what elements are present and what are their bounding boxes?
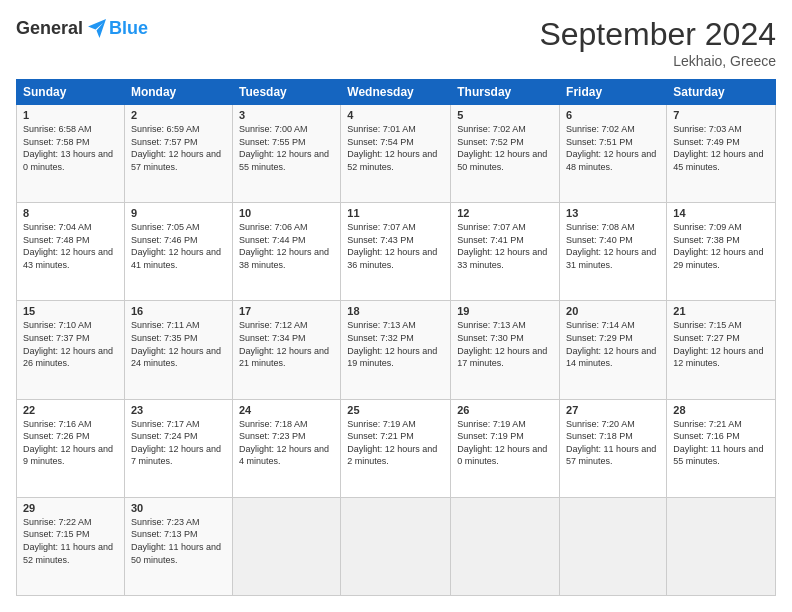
- week-row-1: 8Sunrise: 7:04 AMSunset: 7:48 PMDaylight…: [17, 203, 776, 301]
- day-cell: 4Sunrise: 7:01 AMSunset: 7:54 PMDaylight…: [341, 105, 451, 203]
- day-number: 3: [239, 109, 334, 121]
- day-cell: 13Sunrise: 7:08 AMSunset: 7:40 PMDayligh…: [560, 203, 667, 301]
- logo-blue: Blue: [109, 18, 148, 39]
- header-row: SundayMondayTuesdayWednesdayThursdayFrid…: [17, 80, 776, 105]
- month-title: September 2024: [539, 16, 776, 53]
- day-info: Sunrise: 7:21 AMSunset: 7:16 PMDaylight:…: [673, 418, 769, 468]
- day-info: Sunrise: 7:11 AMSunset: 7:35 PMDaylight:…: [131, 319, 226, 369]
- day-number: 2: [131, 109, 226, 121]
- day-info: Sunrise: 7:07 AMSunset: 7:43 PMDaylight:…: [347, 221, 444, 271]
- day-number: 27: [566, 404, 660, 416]
- day-info: Sunrise: 7:13 AMSunset: 7:30 PMDaylight:…: [457, 319, 553, 369]
- day-cell: [560, 497, 667, 595]
- day-cell: 14Sunrise: 7:09 AMSunset: 7:38 PMDayligh…: [667, 203, 776, 301]
- day-info: Sunrise: 7:04 AMSunset: 7:48 PMDaylight:…: [23, 221, 118, 271]
- day-number: 28: [673, 404, 769, 416]
- day-number: 25: [347, 404, 444, 416]
- day-number: 8: [23, 207, 118, 219]
- day-cell: 26Sunrise: 7:19 AMSunset: 7:19 PMDayligh…: [451, 399, 560, 497]
- day-info: Sunrise: 7:23 AMSunset: 7:13 PMDaylight:…: [131, 516, 226, 566]
- day-info: Sunrise: 7:17 AMSunset: 7:24 PMDaylight:…: [131, 418, 226, 468]
- day-info: Sunrise: 7:13 AMSunset: 7:32 PMDaylight:…: [347, 319, 444, 369]
- header-cell-tuesday: Tuesday: [232, 80, 340, 105]
- day-number: 12: [457, 207, 553, 219]
- calendar-page: General Blue September 2024 Lekhaio, Gre…: [0, 0, 792, 612]
- day-number: 11: [347, 207, 444, 219]
- day-number: 9: [131, 207, 226, 219]
- day-cell: 11Sunrise: 7:07 AMSunset: 7:43 PMDayligh…: [341, 203, 451, 301]
- day-info: Sunrise: 7:03 AMSunset: 7:49 PMDaylight:…: [673, 123, 769, 173]
- day-number: 26: [457, 404, 553, 416]
- week-row-3: 22Sunrise: 7:16 AMSunset: 7:26 PMDayligh…: [17, 399, 776, 497]
- day-number: 23: [131, 404, 226, 416]
- day-cell: 20Sunrise: 7:14 AMSunset: 7:29 PMDayligh…: [560, 301, 667, 399]
- day-info: Sunrise: 7:12 AMSunset: 7:34 PMDaylight:…: [239, 319, 334, 369]
- day-cell: [341, 497, 451, 595]
- week-row-4: 29Sunrise: 7:22 AMSunset: 7:15 PMDayligh…: [17, 497, 776, 595]
- header-cell-saturday: Saturday: [667, 80, 776, 105]
- day-cell: 16Sunrise: 7:11 AMSunset: 7:35 PMDayligh…: [124, 301, 232, 399]
- day-info: Sunrise: 7:15 AMSunset: 7:27 PMDaylight:…: [673, 319, 769, 369]
- day-number: 19: [457, 305, 553, 317]
- day-info: Sunrise: 6:58 AMSunset: 7:58 PMDaylight:…: [23, 123, 118, 173]
- header-cell-friday: Friday: [560, 80, 667, 105]
- day-info: Sunrise: 7:18 AMSunset: 7:23 PMDaylight:…: [239, 418, 334, 468]
- day-info: Sunrise: 7:01 AMSunset: 7:54 PMDaylight:…: [347, 123, 444, 173]
- day-cell: 30Sunrise: 7:23 AMSunset: 7:13 PMDayligh…: [124, 497, 232, 595]
- day-info: Sunrise: 7:02 AMSunset: 7:51 PMDaylight:…: [566, 123, 660, 173]
- day-cell: 3Sunrise: 7:00 AMSunset: 7:55 PMDaylight…: [232, 105, 340, 203]
- calendar-table: SundayMondayTuesdayWednesdayThursdayFrid…: [16, 79, 776, 596]
- day-number: 24: [239, 404, 334, 416]
- day-cell: 24Sunrise: 7:18 AMSunset: 7:23 PMDayligh…: [232, 399, 340, 497]
- day-cell: 9Sunrise: 7:05 AMSunset: 7:46 PMDaylight…: [124, 203, 232, 301]
- day-cell: 29Sunrise: 7:22 AMSunset: 7:15 PMDayligh…: [17, 497, 125, 595]
- day-info: Sunrise: 6:59 AMSunset: 7:57 PMDaylight:…: [131, 123, 226, 173]
- day-cell: 1Sunrise: 6:58 AMSunset: 7:58 PMDaylight…: [17, 105, 125, 203]
- day-cell: 17Sunrise: 7:12 AMSunset: 7:34 PMDayligh…: [232, 301, 340, 399]
- day-number: 1: [23, 109, 118, 121]
- day-number: 14: [673, 207, 769, 219]
- logo-icon: [85, 16, 109, 40]
- day-info: Sunrise: 7:07 AMSunset: 7:41 PMDaylight:…: [457, 221, 553, 271]
- day-cell: 12Sunrise: 7:07 AMSunset: 7:41 PMDayligh…: [451, 203, 560, 301]
- day-number: 20: [566, 305, 660, 317]
- day-cell: 7Sunrise: 7:03 AMSunset: 7:49 PMDaylight…: [667, 105, 776, 203]
- day-number: 21: [673, 305, 769, 317]
- day-number: 5: [457, 109, 553, 121]
- day-info: Sunrise: 7:08 AMSunset: 7:40 PMDaylight:…: [566, 221, 660, 271]
- day-number: 17: [239, 305, 334, 317]
- day-cell: 15Sunrise: 7:10 AMSunset: 7:37 PMDayligh…: [17, 301, 125, 399]
- day-info: Sunrise: 7:14 AMSunset: 7:29 PMDaylight:…: [566, 319, 660, 369]
- day-info: Sunrise: 7:19 AMSunset: 7:19 PMDaylight:…: [457, 418, 553, 468]
- header: General Blue September 2024 Lekhaio, Gre…: [16, 16, 776, 69]
- day-cell: 27Sunrise: 7:20 AMSunset: 7:18 PMDayligh…: [560, 399, 667, 497]
- logo: General Blue: [16, 16, 148, 40]
- day-number: 16: [131, 305, 226, 317]
- day-info: Sunrise: 7:05 AMSunset: 7:46 PMDaylight:…: [131, 221, 226, 271]
- location-title: Lekhaio, Greece: [539, 53, 776, 69]
- header-cell-thursday: Thursday: [451, 80, 560, 105]
- day-number: 18: [347, 305, 444, 317]
- day-cell: 10Sunrise: 7:06 AMSunset: 7:44 PMDayligh…: [232, 203, 340, 301]
- day-number: 6: [566, 109, 660, 121]
- day-info: Sunrise: 7:16 AMSunset: 7:26 PMDaylight:…: [23, 418, 118, 468]
- day-cell: 8Sunrise: 7:04 AMSunset: 7:48 PMDaylight…: [17, 203, 125, 301]
- day-info: Sunrise: 7:10 AMSunset: 7:37 PMDaylight:…: [23, 319, 118, 369]
- day-cell: 18Sunrise: 7:13 AMSunset: 7:32 PMDayligh…: [341, 301, 451, 399]
- week-row-0: 1Sunrise: 6:58 AMSunset: 7:58 PMDaylight…: [17, 105, 776, 203]
- week-row-2: 15Sunrise: 7:10 AMSunset: 7:37 PMDayligh…: [17, 301, 776, 399]
- day-number: 7: [673, 109, 769, 121]
- day-number: 15: [23, 305, 118, 317]
- day-cell: 19Sunrise: 7:13 AMSunset: 7:30 PMDayligh…: [451, 301, 560, 399]
- header-cell-monday: Monday: [124, 80, 232, 105]
- day-info: Sunrise: 7:06 AMSunset: 7:44 PMDaylight:…: [239, 221, 334, 271]
- day-cell: 23Sunrise: 7:17 AMSunset: 7:24 PMDayligh…: [124, 399, 232, 497]
- title-block: September 2024 Lekhaio, Greece: [539, 16, 776, 69]
- day-info: Sunrise: 7:19 AMSunset: 7:21 PMDaylight:…: [347, 418, 444, 468]
- day-cell: 22Sunrise: 7:16 AMSunset: 7:26 PMDayligh…: [17, 399, 125, 497]
- day-info: Sunrise: 7:00 AMSunset: 7:55 PMDaylight:…: [239, 123, 334, 173]
- day-cell: 5Sunrise: 7:02 AMSunset: 7:52 PMDaylight…: [451, 105, 560, 203]
- day-number: 13: [566, 207, 660, 219]
- day-cell: 6Sunrise: 7:02 AMSunset: 7:51 PMDaylight…: [560, 105, 667, 203]
- day-cell: 21Sunrise: 7:15 AMSunset: 7:27 PMDayligh…: [667, 301, 776, 399]
